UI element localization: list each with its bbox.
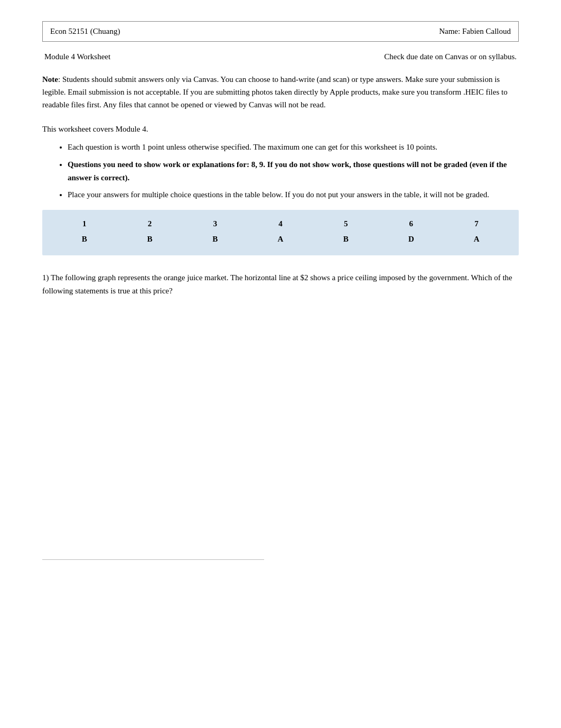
note-block: Note: Students should submit answers onl… [42, 73, 519, 111]
bullet-item-1: Each question is worth 1 point unless ot… [68, 141, 519, 154]
note-label: Note [42, 75, 58, 84]
answer-5: B [313, 232, 379, 247]
answer-3: B [182, 232, 248, 247]
due-date: Check due date on Canvas or on syllabus. [384, 52, 517, 61]
page: Econ 52151 (Chuang) Name: Fabien Calloud… [0, 0, 561, 728]
note-text: : Students should submit answers only vi… [42, 75, 508, 109]
col-header-6: 6 [379, 216, 444, 232]
answer-table-wrapper: 1 2 3 4 5 6 7 B B B A B D A [42, 210, 519, 255]
col-header-5: 5 [313, 216, 379, 232]
answer-7: A [444, 232, 509, 247]
answer-table-answer-row: B B B A B D A [52, 232, 509, 247]
bullet-item-2: Questions you need to show work or expla… [68, 158, 519, 185]
col-header-2: 2 [117, 216, 183, 232]
answer-2: B [117, 232, 183, 247]
question-1-text: 1) The following graph represents the or… [42, 271, 519, 298]
answer-6: D [379, 232, 444, 247]
answer-table: 1 2 3 4 5 6 7 B B B A B D A [52, 216, 509, 247]
col-header-3: 3 [182, 216, 248, 232]
col-header-7: 7 [444, 216, 509, 232]
col-header-1: 1 [52, 216, 117, 232]
student-name: Name: Fabien Calloud [439, 27, 511, 36]
answer-4: A [248, 232, 313, 247]
course-label: Econ 52151 (Chuang) [50, 27, 120, 36]
graph-area [42, 306, 519, 560]
bullet-item-3: Place your answers for multiple choice q… [68, 188, 519, 201]
intro-text: This worksheet covers Module 4. [42, 123, 519, 135]
bullet-list: Each question is worth 1 point unless ot… [42, 141, 519, 201]
header-row: Econ 52151 (Chuang) Name: Fabien Calloud [42, 21, 519, 42]
col-header-4: 4 [248, 216, 313, 232]
subtitle-row: Module 4 Worksheet Check due date on Can… [42, 52, 519, 61]
answer-1: B [52, 232, 117, 247]
graph-bottom-line [42, 559, 264, 560]
module-title: Module 4 Worksheet [44, 52, 110, 61]
answer-table-header-row: 1 2 3 4 5 6 7 [52, 216, 509, 232]
